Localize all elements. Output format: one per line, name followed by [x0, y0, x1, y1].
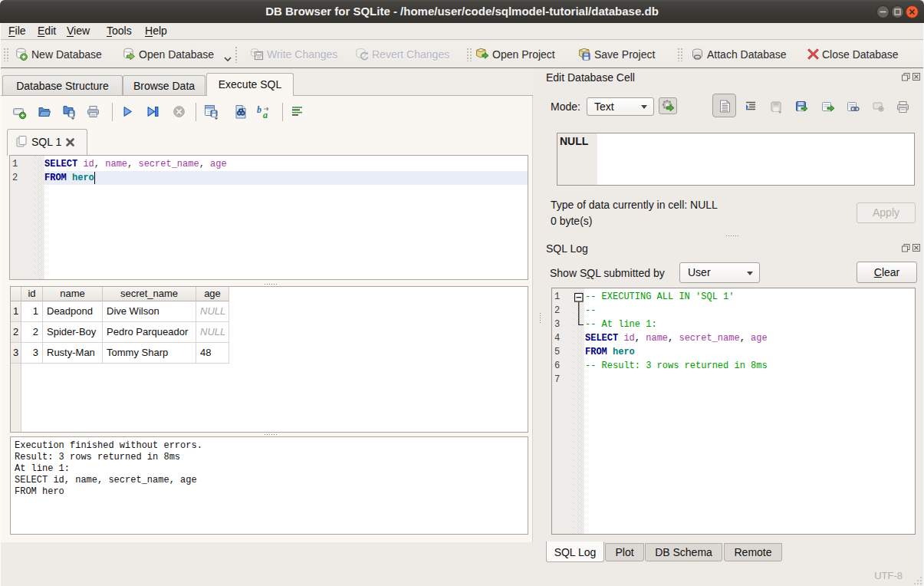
svg-text:a: a	[263, 110, 268, 120]
svg-text:b: b	[257, 105, 261, 115]
